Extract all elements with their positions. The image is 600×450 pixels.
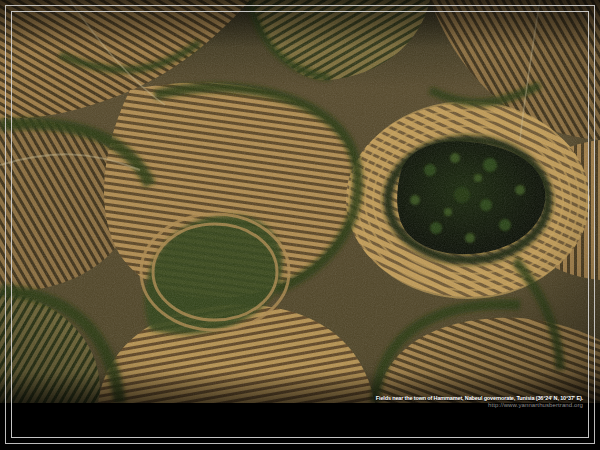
photo-caption: Fields near the town of Hammamet, Nabeul… [376, 395, 583, 409]
aerial-photo [0, 0, 600, 403]
field-landscape [0, 0, 600, 403]
caption-url: http://www.yannarthusbertrand.org [376, 402, 583, 409]
caption-location: Fields near the town of Hammamet, Nabeul… [376, 395, 583, 402]
wallpaper: Fields near the town of Hammamet, Nabeul… [0, 0, 600, 450]
